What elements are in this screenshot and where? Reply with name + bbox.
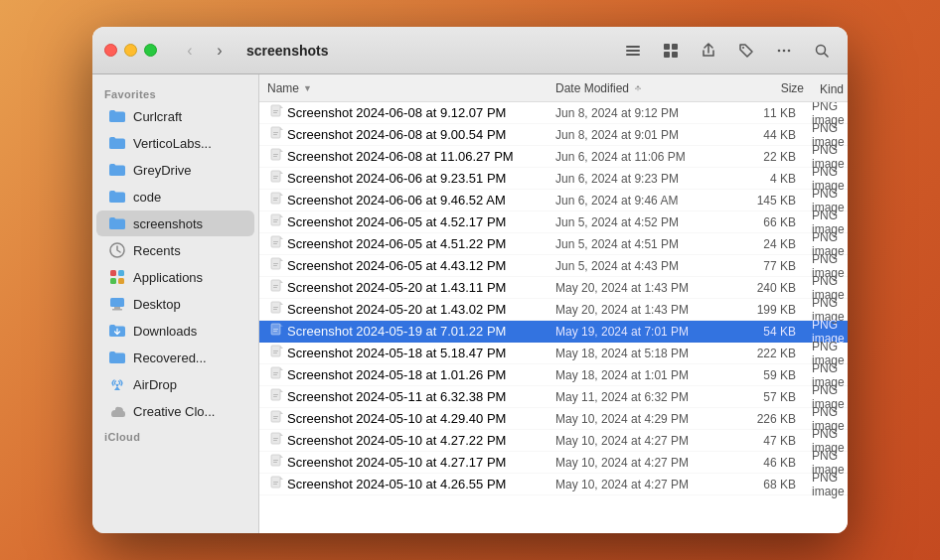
file-size: 54 KB xyxy=(729,325,804,339)
table-row[interactable]: Screenshot 2024-05-18 at 1.01.26 PM May … xyxy=(259,364,848,386)
file-date: Jun 6, 2024 at 9:46 AM xyxy=(555,194,729,208)
file-type-icon xyxy=(270,432,284,449)
sidebar-item-creativeclo[interactable]: Creative Clo... xyxy=(96,398,254,424)
table-row[interactable]: Screenshot 2024-05-18 at 5.18.47 PM May … xyxy=(259,343,848,364)
file-kind: PNG image xyxy=(804,471,845,498)
sidebar-item-label-curlcraft: Curlcraft xyxy=(133,109,182,124)
toolbar-right xyxy=(619,37,836,65)
back-button[interactable]: ‹ xyxy=(177,38,203,64)
svg-rect-36 xyxy=(273,200,277,201)
file-size: 145 KB xyxy=(729,194,804,208)
svg-rect-6 xyxy=(672,52,678,58)
file-date: May 10, 2024 at 4:27 PM xyxy=(555,434,729,448)
table-row[interactable]: Screenshot 2024-06-08 at 9.12.07 PM Jun … xyxy=(259,102,848,124)
file-type-icon xyxy=(270,192,284,209)
table-row[interactable]: Screenshot 2024-05-20 at 1.43.11 PM May … xyxy=(259,277,848,299)
svg-rect-50 xyxy=(273,307,278,308)
svg-point-8 xyxy=(778,49,781,52)
file-icon-cell xyxy=(267,170,287,187)
table-row[interactable]: Screenshot 2024-06-05 at 4.43.12 PM Jun … xyxy=(259,255,848,277)
file-date: May 18, 2024 at 5:18 PM xyxy=(555,347,729,360)
table-row[interactable]: Screenshot 2024-05-11 at 6.32.38 PM May … xyxy=(259,386,848,408)
sidebar-item-curlcraft[interactable]: Curlcraft xyxy=(96,103,254,129)
svg-rect-71 xyxy=(273,460,278,461)
sidebar-item-code[interactable]: code xyxy=(96,184,254,210)
file-date: May 10, 2024 at 4:27 PM xyxy=(555,478,729,491)
col-name-header[interactable]: Name ▼ xyxy=(267,81,555,95)
file-icon-cell xyxy=(267,126,287,143)
file-date: Jun 8, 2024 at 9:12 PM xyxy=(555,106,729,120)
col-kind-header[interactable]: Kind xyxy=(804,79,844,97)
file-size: 46 KB xyxy=(729,456,804,470)
table-row[interactable]: Screenshot 2024-06-06 at 9.46.52 AM Jun … xyxy=(259,190,848,211)
more-button[interactable] xyxy=(770,37,798,65)
table-row[interactable]: Screenshot 2024-05-19 at 7.01.22 PM May … xyxy=(259,321,848,343)
close-button[interactable] xyxy=(104,44,117,57)
file-type-icon xyxy=(270,257,284,274)
svg-point-10 xyxy=(788,49,791,52)
maximize-button[interactable] xyxy=(144,44,157,57)
col-size-header[interactable]: Size xyxy=(729,81,804,95)
share-button[interactable] xyxy=(695,37,722,65)
svg-rect-39 xyxy=(273,221,277,222)
grid-view-icon xyxy=(663,43,679,59)
file-type-icon xyxy=(270,454,284,471)
table-row[interactable]: Screenshot 2024-06-08 at 11.06.27 PM Jun… xyxy=(259,146,848,168)
svg-rect-75 xyxy=(273,484,277,485)
svg-rect-30 xyxy=(273,156,277,157)
file-size: 66 KB xyxy=(729,215,804,229)
sidebar-item-airdrop[interactable]: AirDrop xyxy=(96,371,254,397)
list-view-button[interactable] xyxy=(619,37,647,65)
svg-rect-35 xyxy=(273,198,278,199)
svg-rect-68 xyxy=(273,438,278,439)
col-date-header[interactable]: Date Modified xyxy=(555,81,729,95)
sidebar-item-recovered[interactable]: Recovered... xyxy=(96,345,254,370)
file-name: Screenshot 2024-06-05 at 4.43.12 PM xyxy=(287,258,555,273)
sidebar-item-verticolabs[interactable]: VerticoLabs... xyxy=(96,130,254,156)
svg-rect-1 xyxy=(626,50,640,52)
table-row[interactable]: Screenshot 2024-05-10 at 4.27.17 PM May … xyxy=(259,452,848,474)
minimize-button[interactable] xyxy=(124,44,137,57)
file-type-icon xyxy=(270,126,284,143)
file-date: May 18, 2024 at 1:01 PM xyxy=(555,368,729,382)
file-size: 222 KB xyxy=(729,347,804,360)
sidebar-icon-curlcraft xyxy=(108,107,126,125)
sidebar-item-greydrive[interactable]: GreyDrive xyxy=(96,157,254,183)
file-type-icon xyxy=(270,476,284,492)
file-name: Screenshot 2024-06-08 at 9.00.54 PM xyxy=(287,127,555,142)
table-row[interactable]: Screenshot 2024-05-10 at 4.27.22 PM May … xyxy=(259,430,848,452)
sidebar-item-recents[interactable]: Recents xyxy=(96,237,254,263)
table-row[interactable]: Screenshot 2024-05-20 at 1.43.02 PM May … xyxy=(259,299,848,321)
file-type-icon xyxy=(270,345,284,361)
tag-button[interactable] xyxy=(732,37,760,65)
table-row[interactable]: Screenshot 2024-05-10 at 4.26.55 PM May … xyxy=(259,474,848,495)
tag-icon xyxy=(738,43,754,59)
sidebar-icon-greydrive xyxy=(108,161,126,179)
search-button[interactable] xyxy=(808,37,836,65)
column-header: Name ▼ Date Modified Size Kind xyxy=(259,74,848,102)
file-type-icon xyxy=(270,323,284,340)
table-row[interactable]: Screenshot 2024-05-10 at 4.29.40 PM May … xyxy=(259,408,848,430)
table-row[interactable]: Screenshot 2024-06-08 at 9.00.54 PM Jun … xyxy=(259,124,848,146)
sidebar-item-desktop[interactable]: Desktop xyxy=(96,291,254,317)
sidebar-item-screenshots[interactable]: screenshots xyxy=(96,210,254,236)
svg-rect-0 xyxy=(626,46,640,48)
traffic-lights xyxy=(104,44,157,57)
file-icon-cell xyxy=(267,104,287,121)
file-type-icon xyxy=(270,213,284,230)
file-list: Screenshot 2024-06-08 at 9.12.07 PM Jun … xyxy=(259,102,848,533)
sidebar-icon-desktop xyxy=(108,295,126,313)
sidebar-item-applications[interactable]: Applications xyxy=(96,264,254,290)
date-sort-icon xyxy=(633,83,643,93)
grid-view-button[interactable] xyxy=(657,37,685,65)
table-row[interactable]: Screenshot 2024-06-05 at 4.51.22 PM Jun … xyxy=(259,233,848,255)
file-size: 226 KB xyxy=(729,412,804,426)
table-row[interactable]: Screenshot 2024-06-05 at 4.52.17 PM Jun … xyxy=(259,211,848,233)
svg-rect-41 xyxy=(273,241,278,242)
sidebar-item-downloads[interactable]: Downloads xyxy=(96,318,254,344)
file-type-icon xyxy=(270,104,284,121)
forward-button[interactable]: › xyxy=(207,38,233,64)
table-row[interactable]: Screenshot 2024-06-06 at 9.23.51 PM Jun … xyxy=(259,168,848,190)
file-name: Screenshot 2024-06-08 at 11.06.27 PM xyxy=(287,149,555,164)
svg-rect-14 xyxy=(110,270,116,276)
